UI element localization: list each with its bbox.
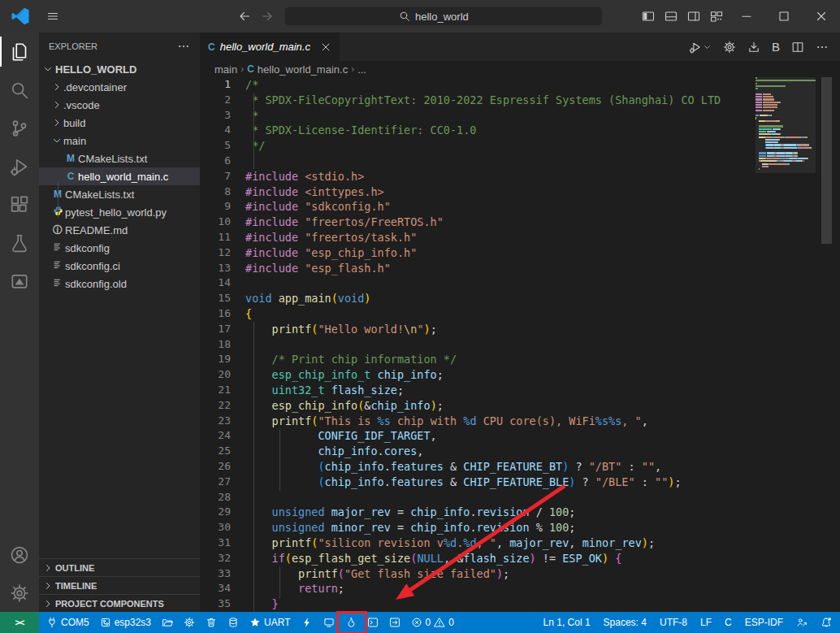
action-split-editor[interactable] bbox=[791, 41, 804, 54]
code-line[interactable]: 33 printf("Get flash size failed"); bbox=[200, 566, 840, 582]
tree-item--vscode[interactable]: .vscode bbox=[39, 96, 200, 114]
action-flash-device[interactable] bbox=[747, 41, 760, 54]
code-line[interactable]: 4 * SPDX-License-Identifier: CC0-1.0 bbox=[200, 123, 840, 138]
code-line[interactable]: 22 esp_chip_info(&chip_info); bbox=[200, 398, 840, 414]
forward-icon[interactable] bbox=[261, 10, 274, 23]
minimize-icon[interactable] bbox=[728, 0, 765, 33]
toggle-panel-icon[interactable] bbox=[660, 0, 682, 33]
tree-item-hello-world-main-c[interactable]: Chello_world_main.c bbox=[39, 167, 200, 185]
tree-item-pytest-hello-world-py[interactable]: pytest_hello_world.py bbox=[39, 203, 200, 221]
code-line[interactable]: 14 bbox=[200, 275, 840, 291]
menu-icon[interactable] bbox=[46, 10, 59, 23]
code-line[interactable]: 26 (chip_info.features & CHIP_FEATURE_BT… bbox=[200, 459, 840, 475]
activity-item-extensions[interactable] bbox=[0, 185, 39, 223]
breadcrumb-folder[interactable]: main bbox=[214, 63, 237, 76]
status-device-target[interactable]: esp32s3 bbox=[100, 617, 151, 628]
activity-item-accounts[interactable] bbox=[0, 535, 39, 574]
tree-item-readme-md[interactable]: ⓘREADME.md bbox=[39, 221, 200, 239]
code-line[interactable]: 21 uint32_t flash_size; bbox=[200, 383, 840, 398]
code-line[interactable]: 17 printf("Hello world!\n"); bbox=[200, 322, 840, 337]
status-monitor-device[interactable] bbox=[323, 617, 335, 628]
code-line[interactable]: 16{ bbox=[200, 306, 840, 322]
activity-item-run-debug[interactable] bbox=[0, 147, 39, 185]
search-input[interactable] bbox=[415, 11, 488, 23]
activity-item-testing[interactable] bbox=[0, 223, 39, 262]
workspace-root[interactable]: HELLO_WORLD bbox=[39, 60, 200, 78]
code-line[interactable]: 6 bbox=[200, 154, 840, 169]
code-line[interactable]: 1/* bbox=[200, 77, 840, 93]
status-custom-task[interactable] bbox=[389, 617, 401, 628]
status-language-mode[interactable]: C bbox=[725, 617, 732, 628]
code-line[interactable]: 2 * SPDX-FileCopyrightText: 2010-2022 Es… bbox=[200, 93, 840, 108]
command-center-search[interactable] bbox=[284, 7, 603, 26]
status-serial-port[interactable]: COM5 bbox=[46, 617, 89, 628]
status-eol[interactable]: LF bbox=[700, 617, 712, 628]
activity-item-esp-idf[interactable] bbox=[0, 262, 39, 300]
customize-layout-icon[interactable] bbox=[705, 0, 728, 33]
tree-item-cmakelists-txt[interactable]: MCMakeLists.txt bbox=[39, 185, 200, 203]
status-select-project-folder[interactable] bbox=[162, 617, 173, 628]
breadcrumb-file[interactable]: hello_world_main.c bbox=[258, 63, 348, 76]
status-sdk-configuration[interactable] bbox=[184, 617, 195, 628]
status-esp-idf-version[interactable]: ESP-IDF bbox=[745, 617, 783, 628]
explorer-more-icon[interactable] bbox=[177, 40, 190, 53]
code-line[interactable]: 18 bbox=[200, 337, 840, 353]
breadcrumb-symbol[interactable]: ... bbox=[357, 63, 366, 76]
activity-item-source-control[interactable] bbox=[0, 109, 39, 147]
code-line[interactable]: 30 unsigned minor_rev = chip_info.revisi… bbox=[200, 520, 840, 535]
tab-close-icon[interactable] bbox=[320, 41, 331, 53]
tree-item-sdkconfig-ci[interactable]: sdkconfig.ci bbox=[39, 257, 200, 275]
action-menuconfig[interactable] bbox=[723, 41, 736, 54]
code-line[interactable]: 28 bbox=[200, 490, 840, 505]
activity-item-search[interactable] bbox=[0, 71, 39, 109]
code-line[interactable]: 15void app_main(void) bbox=[200, 291, 840, 306]
code-line[interactable]: 5 */ bbox=[200, 138, 840, 154]
code-editor[interactable]: 1/*2 * SPDX-FileCopyrightText: 2010-2022… bbox=[200, 77, 840, 612]
status-flash-device[interactable] bbox=[301, 617, 313, 628]
code-line[interactable]: 9#include "sdkconfig.h" bbox=[200, 199, 840, 215]
status-build-flash-monitor[interactable] bbox=[345, 617, 357, 628]
code-line[interactable]: 11#include "freertos/task.h" bbox=[200, 230, 840, 245]
code-line[interactable]: 34 return; bbox=[200, 581, 840, 596]
action-run-device[interactable] bbox=[689, 41, 712, 54]
status-open-terminal[interactable] bbox=[367, 617, 379, 628]
action-build[interactable]: B bbox=[772, 40, 780, 54]
status-cursor-position[interactable]: Ln 1, Col 1 bbox=[543, 617, 591, 628]
code-line[interactable]: 10#include "freertos/FreeRTOS.h" bbox=[200, 215, 840, 230]
status-problems[interactable]: 00 bbox=[411, 617, 454, 628]
tree-item-build[interactable]: build bbox=[39, 114, 200, 132]
activity-item-settings[interactable] bbox=[0, 574, 39, 612]
status-feedback[interactable] bbox=[796, 617, 808, 628]
section-outline[interactable]: OUTLINE bbox=[39, 558, 200, 576]
action-more-actions[interactable] bbox=[816, 41, 829, 54]
maximize-icon[interactable] bbox=[765, 0, 803, 33]
section-timeline[interactable]: TIMELINE bbox=[39, 576, 200, 594]
close-icon[interactable] bbox=[803, 0, 840, 33]
back-icon[interactable] bbox=[238, 10, 251, 23]
tab-hello-world-main[interactable]: C hello_world_main.c bbox=[200, 33, 340, 61]
status-encoding[interactable]: UTF-8 bbox=[660, 617, 687, 628]
code-line[interactable]: 3 * bbox=[200, 108, 840, 124]
code-line[interactable]: 35 } bbox=[200, 596, 840, 612]
minimap-slider[interactable] bbox=[756, 77, 816, 173]
tree-item-cmakelists-txt[interactable]: MCMakeLists.txt bbox=[39, 150, 200, 167]
status-notifications[interactable] bbox=[821, 617, 832, 628]
activity-item-explorer[interactable] bbox=[0, 33, 39, 71]
code-line[interactable]: 23 printf("This is %s chip with %d CPU c… bbox=[200, 414, 840, 429]
tree-item-main[interactable]: main bbox=[39, 132, 200, 150]
code-line[interactable]: 25 chip_info.cores, bbox=[200, 444, 840, 459]
status-indentation[interactable]: Spaces: 4 bbox=[604, 617, 647, 628]
code-line[interactable]: 27 (chip_info.features & CHIP_FEATURE_BL… bbox=[200, 475, 840, 490]
code-line[interactable]: 7#include <stdio.h> bbox=[200, 169, 840, 184]
code-line[interactable]: 29 unsigned major_rev = chip_info.revisi… bbox=[200, 505, 840, 520]
tree-item-sdkconfig-old[interactable]: sdkconfig.old bbox=[39, 275, 200, 293]
code-line[interactable]: 24 CONFIG_IDF_TARGET, bbox=[200, 428, 840, 444]
code-line[interactable]: 13#include "esp_flash.h" bbox=[200, 261, 840, 276]
tree-item-sdkconfig[interactable]: sdkconfig bbox=[39, 239, 200, 257]
code-line[interactable]: 12#include "esp_chip_info.h" bbox=[200, 245, 840, 261]
code-line[interactable]: 31 printf("silicon revision v%d.%d, ", m… bbox=[200, 535, 840, 551]
toggle-secondary-sidebar-icon[interactable] bbox=[682, 0, 705, 33]
code-line[interactable]: 20 esp_chip_info_t chip_info; bbox=[200, 367, 840, 383]
toggle-sidebar-icon[interactable] bbox=[637, 0, 660, 33]
status-erase-flash[interactable] bbox=[227, 617, 239, 628]
